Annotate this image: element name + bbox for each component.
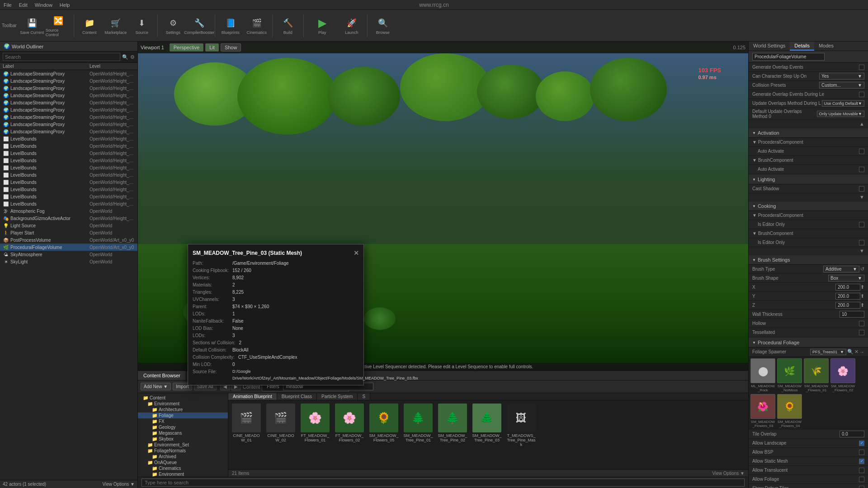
outliner-item[interactable]: ☀ SkyLight OpenWorld: [0, 258, 137, 265]
folder-tree-node[interactable]: 📁 OnAQueue: [138, 460, 228, 465]
allow-foliage-checkbox[interactable]: [859, 477, 864, 482]
collision-presets-dropdown[interactable]: Custom...▼: [819, 82, 864, 89]
asset-thumbnail[interactable]: 🌲 SM_MEADOW_Tree_Pine_03: [471, 402, 503, 448]
foliage-spawner-dropdown[interactable]: PFS_Trees01▼: [810, 349, 846, 355]
perspective-button[interactable]: Perspective: [170, 43, 203, 52]
asset-thumbnail[interactable]: 🎬 CINE_MEADOW_01: [230, 402, 263, 448]
outliner-item[interactable]: 🌍 LandscapeStreamingProxy OpenWorld/Heig…: [0, 106, 137, 113]
outliner-item[interactable]: ⬜ LevelBounds OpenWorld/Height_x0_y0: [0, 135, 137, 142]
view-options-button[interactable]: View Options ▼: [103, 482, 135, 487]
tab-modes[interactable]: Modes: [814, 42, 838, 51]
folder-tree-node[interactable]: 📁 FoliageNormals: [138, 448, 228, 454]
tab-world-settings[interactable]: World Settings: [749, 42, 790, 51]
brush-z-input[interactable]: [835, 302, 860, 309]
folder-tree-node[interactable]: 📁 Archived: [138, 454, 228, 460]
asset-thumbnail[interactable]: 🖼 T_MEADOWS_Tree_Pine_Mask: [505, 402, 538, 448]
marketplace-button[interactable]: 🛒 Marketplace: [103, 12, 128, 40]
default-update-dropdown[interactable]: Only Update Movable▼: [817, 111, 864, 117]
foliage-thumbnail[interactable]: ⬤ ML_MEADOW_Rock: [750, 358, 775, 392]
outliner-item[interactable]: ⬜ LevelBounds OpenWorld/Height_x2_y1: [0, 193, 137, 200]
lit-button[interactable]: Lit: [205, 43, 219, 52]
cooking-section-header[interactable]: ▼ Cooking: [749, 202, 868, 211]
brush-shape-dropdown[interactable]: Box▼: [828, 275, 864, 282]
allow-bsp-checkbox[interactable]: [859, 450, 864, 455]
auto-activate-1-checkbox[interactable]: [859, 149, 864, 154]
tooltip-close-button[interactable]: ✕: [354, 248, 359, 258]
outliner-item[interactable]: 🌍 LandscapeStreamingProxy OpenWorld/Heig…: [0, 121, 137, 128]
browse-button[interactable]: 🔍 Browse: [370, 12, 396, 40]
outliner-item[interactable]: 🌿 ProceduralFoliageVolume OpenWorld/Art_…: [0, 244, 137, 251]
tab-details[interactable]: Details: [790, 42, 814, 51]
outliner-item[interactable]: ⬜ LevelBounds OpenWorld/Height_x1_y2: [0, 186, 137, 193]
folder-tree-node[interactable]: 📁 Megascans: [138, 430, 228, 436]
bottom-search-input[interactable]: [142, 479, 745, 487]
asset-thumbnail[interactable]: 🌸 FT_MEADOW_Flowers_01: [299, 402, 331, 448]
lighting-expand-icon[interactable]: ▼: [859, 194, 864, 200]
content-button[interactable]: 📁 Content: [77, 12, 102, 40]
brush-type-reset[interactable]: ↺: [860, 266, 864, 272]
brush-z-stepper[interactable]: ⬆: [860, 302, 864, 308]
brush-settings-header[interactable]: ▼ Brush Settings: [749, 255, 868, 265]
generate-overlap-checkbox[interactable]: [859, 65, 864, 70]
tab-content-browser[interactable]: Content Browser: [138, 371, 186, 380]
folder-tree-node[interactable]: 📁 Architecture: [138, 407, 228, 413]
compiler-booster-button[interactable]: 🔧 CompilerBooster: [187, 12, 212, 40]
char-step-dropdown[interactable]: Yes▼: [819, 73, 864, 80]
hollow-checkbox[interactable]: [859, 321, 864, 326]
brush-x-input[interactable]: [835, 284, 860, 291]
allow-landscape-checkbox[interactable]: ✓: [859, 441, 864, 446]
folder-tree-node[interactable]: 📁 Skybox: [138, 436, 228, 442]
asset-thumbnail[interactable]: 🌲 SM_MEADOW_Tree_Pine_01: [402, 402, 434, 448]
outliner-item[interactable]: 🌫 Atmospheric Fog OpenWorld: [0, 207, 137, 215]
brush-y-stepper[interactable]: ⬆: [860, 293, 864, 299]
collapse-icon[interactable]: ▲: [859, 121, 864, 127]
outliner-item[interactable]: 🌍 LandscapeStreamingProxy OpenWorld/Heig…: [0, 99, 137, 106]
view-options-cb[interactable]: View Options ▼: [712, 471, 745, 476]
filter-particle-system[interactable]: Particle System: [317, 393, 358, 400]
add-new-button[interactable]: Add New ▼: [141, 383, 171, 390]
outliner-item[interactable]: 🌍 LandscapeStreamingProxy OpenWorld/Heig…: [0, 113, 137, 121]
menu-help[interactable]: Help: [60, 2, 70, 8]
outliner-item[interactable]: 💡 Light Source OpenWorld: [0, 222, 137, 229]
outliner-item[interactable]: 🌍 LandscapeStreamingProxy OpenWorld/Heig…: [0, 84, 137, 92]
menu-window[interactable]: Window: [35, 2, 52, 8]
build-button[interactable]: 🔨 Build: [275, 12, 301, 40]
auto-activate-2-checkbox[interactable]: [859, 167, 864, 172]
brush-x-stepper[interactable]: ⬆: [860, 284, 864, 290]
folder-tree-node[interactable]: 📁 Foliage: [138, 413, 228, 418]
foliage-spawner-goto[interactable]: →: [859, 349, 864, 355]
wall-thickness-input[interactable]: [840, 311, 864, 318]
outliner-search-input[interactable]: [3, 53, 120, 61]
show-button[interactable]: Show: [221, 43, 241, 52]
foliage-thumbnail[interactable]: 🌾 SM_MEADOW_Flowers_01: [804, 358, 829, 392]
procedural-foliage-header[interactable]: ▼ Procedural Foliage: [749, 338, 868, 347]
outliner-item[interactable]: 🌍 LandscapeStreamingProxy OpenWorld/Heig…: [0, 70, 137, 77]
cinematics-button[interactable]: 🎬 Cinematics: [244, 12, 269, 40]
foliage-spawner-browse[interactable]: 🔍: [847, 349, 854, 355]
foliage-thumbnail[interactable]: 🌸 SM_MEADOW_Flowers_02: [830, 358, 855, 392]
folder-tree-node[interactable]: 📁 Content: [138, 395, 228, 401]
menu-edit[interactable]: Edit: [19, 2, 28, 8]
settings-button[interactable]: ⚙ Settings: [160, 12, 186, 40]
play-button[interactable]: ▶ Play: [307, 12, 338, 40]
outliner-item[interactable]: 📦 PostProcessVolume OpenWorld/Art_x0_y0: [0, 236, 137, 244]
outliner-item[interactable]: ⬜ LevelBounds OpenWorld/Height_z2_y0: [0, 200, 137, 207]
outliner-item[interactable]: 🌍 LandscapeStreamingProxy OpenWorld/Heig…: [0, 92, 137, 99]
blueprints-button[interactable]: 📘 Blueprints: [218, 12, 243, 40]
is-editor-only-1-checkbox[interactable]: [859, 222, 864, 227]
tile-overlap-input[interactable]: [840, 431, 864, 437]
folder-tree-node[interactable]: 📁 Cinematics: [138, 465, 228, 471]
settings-name-input[interactable]: [752, 53, 825, 61]
lighting-section-header[interactable]: ▼ Lighting: [749, 175, 868, 184]
outliner-item[interactable]: 🌤 SkyAtmosphere OpenWorld: [0, 251, 137, 258]
foliage-thumbnail[interactable]: 🌺 SM_MEADOW_Flowers_03: [750, 394, 775, 428]
source-button[interactable]: ⬇ Source: [129, 12, 155, 40]
foliage-thumbnail[interactable]: 🌻 SM_MEADOW_Flowers_04: [777, 394, 802, 428]
outliner-item[interactable]: ⬜ LevelBounds OpenWorld/Height_x0_y1: [0, 142, 137, 150]
filter-animation-blueprint[interactable]: Animation Blueprint: [228, 393, 277, 400]
source-control-button[interactable]: 🔀 Source Control: [46, 12, 71, 40]
outliner-item[interactable]: 🎭 BackgroundGizmoActiveActor OpenWorld/H…: [0, 215, 137, 222]
asset-thumbnail[interactable]: 🎬 CINE_MEADOW_02: [264, 402, 297, 448]
filter-s[interactable]: S: [358, 393, 370, 400]
asset-thumbnail[interactable]: 🌸 FT_MEADOW_Flowers_02: [333, 402, 366, 448]
